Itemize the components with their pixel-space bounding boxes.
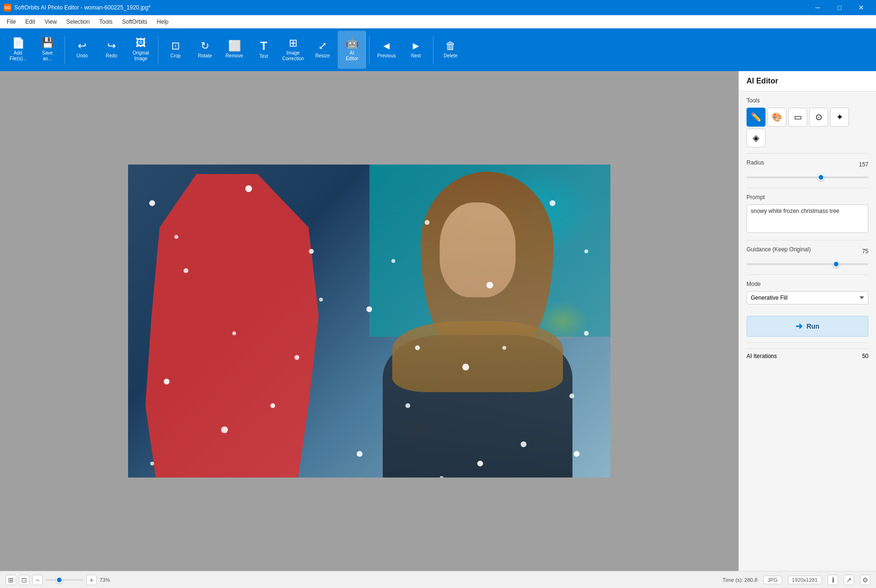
redo-button[interactable]: ↪ Redo: [97, 31, 126, 69]
info-button[interactable]: ℹ: [828, 575, 838, 585]
photo-background: [128, 165, 610, 478]
image-correction-button[interactable]: ⊞ ImageCorrection: [279, 31, 307, 69]
tools-section: Tools ✏️ 🎨 ▭ ⊙ ✦ ◈: [739, 92, 876, 153]
radius-row: Radius 157: [747, 159, 868, 170]
radius-section: Radius 157: [739, 154, 876, 188]
previous-button[interactable]: ◄ Previous: [372, 31, 401, 69]
svg-point-32: [319, 298, 323, 302]
face-area: [440, 202, 516, 297]
save-as-button[interactable]: 💾 Saveas...: [33, 31, 62, 69]
lasso-icon: ⊙: [815, 112, 822, 122]
run-section: ➜ Run: [739, 310, 876, 342]
close-button[interactable]: ✕: [850, 0, 872, 15]
remove-button[interactable]: ⬜ Remove: [220, 31, 249, 69]
mode-label: Mode: [747, 281, 868, 287]
menu-softorbits[interactable]: SoftOrbits: [117, 17, 152, 27]
ai-editor-button[interactable]: 🤖 AIEditor: [338, 31, 366, 69]
menu-file[interactable]: File: [2, 17, 20, 27]
zoom-percent: 73%: [100, 577, 110, 583]
prompt-textarea[interactable]: snowy white frozen christmass tree: [747, 204, 868, 233]
zoom-slider[interactable]: [46, 579, 83, 581]
rect-select-button[interactable]: ▭: [788, 108, 807, 127]
menu-help[interactable]: Help: [152, 17, 174, 27]
guidance-slider[interactable]: [747, 263, 868, 265]
guidance-row: Guidance (Keep Original) 75: [747, 246, 868, 257]
menu-view[interactable]: View: [40, 17, 62, 27]
dimensions-badge: 1920x1281: [788, 576, 822, 584]
delete-label: Delete: [444, 53, 458, 59]
add-file-button[interactable]: 📄 AddFile(s)...: [4, 31, 32, 69]
right-panel: AI Editor Tools ✏️ 🎨 ▭ ⊙ ✦: [738, 71, 876, 571]
undo-icon: ↩: [78, 41, 86, 51]
text-button[interactable]: T Text: [249, 31, 278, 69]
previous-icon: ◄: [381, 41, 392, 51]
prompt-section: Prompt snowy white frozen christmass tre…: [739, 188, 876, 240]
next-button[interactable]: ► Next: [402, 31, 430, 69]
guidance-slider-container[interactable]: [747, 259, 868, 269]
iterations-section: AI Iterations 50: [739, 343, 876, 369]
zoom-out-button[interactable]: −: [32, 575, 43, 585]
menu-edit[interactable]: Edit: [20, 17, 40, 27]
mode-select[interactable]: Generative Fill Inpainting Outpainting: [747, 291, 868, 304]
redo-icon: ↪: [107, 41, 116, 51]
iterations-row: AI Iterations 50: [747, 349, 868, 363]
remove-icon: ⬜: [228, 41, 241, 51]
fur-collar-area: [392, 321, 563, 392]
run-button[interactable]: ➜ Run: [747, 316, 868, 337]
lasso-button[interactable]: ⊙: [809, 108, 828, 127]
maximize-button[interactable]: □: [829, 0, 850, 15]
menu-bar: File Edit View Selection Tools SoftOrbit…: [0, 15, 876, 28]
svg-point-12: [357, 451, 362, 457]
tools-grid: ✏️ 🎨 ▭ ⊙ ✦ ◈: [747, 108, 868, 147]
menu-selection[interactable]: Selection: [62, 17, 94, 27]
share-button[interactable]: ↗: [844, 575, 854, 585]
zoom-actual-button[interactable]: ⊡: [19, 575, 29, 585]
original-image-button[interactable]: 🖼 OriginalImage: [127, 31, 155, 69]
paint-icon: 🎨: [772, 112, 782, 122]
delete-button[interactable]: 🗑 Delete: [436, 31, 465, 69]
photo-container: [128, 165, 610, 478]
svg-point-0: [149, 200, 155, 206]
title-bar-controls: ─ □ ✕: [807, 0, 872, 15]
window-title: SoftOrbits AI Photo Editor - woman-60022…: [14, 4, 151, 11]
rotate-icon: ↻: [201, 41, 209, 51]
original-image-label: OriginalImage: [133, 50, 149, 62]
rotate-button[interactable]: ↻ Rotate: [191, 31, 219, 69]
add-file-label: AddFile(s)...: [9, 50, 27, 62]
paint-tool-button[interactable]: 🎨: [767, 108, 786, 127]
status-right: Time (s): 280.8 JPG 1920x1281 ℹ ↗ ⚙: [723, 575, 870, 585]
settings-button[interactable]: ⚙: [860, 575, 870, 585]
rect-select-icon: ▭: [794, 112, 802, 122]
time-value: 280.8: [745, 577, 758, 583]
radius-slider[interactable]: [747, 176, 868, 178]
toolbar-separator-3: [369, 36, 369, 64]
status-left: ⊞ ⊡ − + 73%: [6, 575, 110, 585]
radius-slider-container[interactable]: [747, 173, 868, 182]
image-correction-label: ImageCorrection: [282, 50, 304, 62]
zoom-in-button[interactable]: +: [86, 575, 97, 585]
undo-label: Undo: [76, 53, 88, 59]
original-image-icon: 🖼: [136, 38, 146, 48]
magic-wand-icon: ✦: [836, 112, 843, 122]
magic-wand-button[interactable]: ✦: [830, 108, 849, 127]
minimize-button[interactable]: ─: [807, 0, 829, 15]
menu-tools[interactable]: Tools: [94, 17, 117, 27]
zoom-control: ⊞ ⊡ − + 73%: [6, 575, 110, 585]
format-badge: JPG: [763, 576, 782, 584]
zoom-fit-button[interactable]: ⊞: [6, 575, 16, 585]
crop-label: Crop: [170, 53, 181, 59]
canvas-area[interactable]: [0, 71, 738, 571]
radius-label: Radius: [747, 159, 764, 166]
ai-editor-label: AIEditor: [346, 50, 358, 62]
text-label: Text: [259, 54, 268, 59]
eraser-button[interactable]: ◈: [747, 129, 765, 147]
eraser-icon: ◈: [753, 133, 759, 143]
svg-point-37: [150, 461, 154, 465]
undo-button[interactable]: ↩ Undo: [68, 31, 96, 69]
crop-button[interactable]: ⊡ Crop: [161, 31, 190, 69]
radius-value: 157: [859, 161, 868, 168]
run-arrow-icon: ➜: [795, 321, 802, 331]
resize-button[interactable]: ⤢ Resize: [308, 31, 337, 69]
red-selection-overlay: [135, 174, 339, 478]
brush-tool-button[interactable]: ✏️: [747, 108, 765, 127]
